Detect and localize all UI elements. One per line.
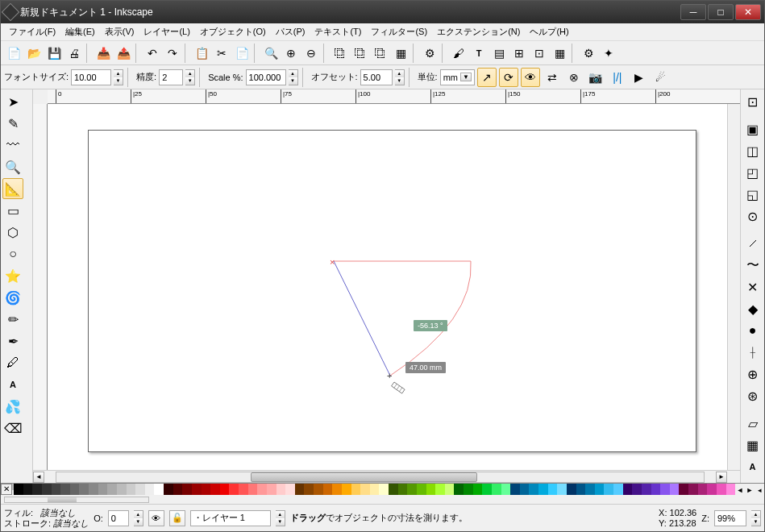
color-swatch[interactable] (660, 484, 670, 495)
bezier-tool[interactable]: ✒ (2, 330, 23, 351)
snap-enable-icon[interactable]: ⊡ (742, 91, 763, 112)
menu-item[interactable]: パス(P) (271, 24, 310, 39)
text-dialog-icon[interactable]: T (469, 44, 489, 63)
color-swatch[interactable] (276, 484, 286, 495)
eraser-tool[interactable]: ⌫ (2, 418, 23, 438)
transform-icon[interactable]: ⊡ (530, 44, 549, 63)
color-swatch[interactable] (42, 484, 52, 495)
color-swatch[interactable] (267, 484, 276, 495)
trace-icon[interactable]: ▦ (550, 44, 569, 63)
color-swatch[interactable] (642, 484, 651, 495)
copy-icon[interactable]: 📋 (192, 44, 211, 63)
snap-guide-icon[interactable]: A (742, 456, 763, 477)
measure-reverse-icon[interactable]: ⇄ (543, 68, 562, 87)
group-icon[interactable]: ▦ (391, 44, 410, 63)
zoom-input[interactable]: 99% (714, 510, 746, 526)
zoom-page-icon[interactable]: ⊖ (301, 44, 321, 63)
menu-item[interactable]: エクステンション(N) (432, 24, 525, 39)
precision-input[interactable]: 2 (159, 69, 183, 85)
menu-item[interactable]: ヘルプ(H) (525, 24, 573, 39)
fontsize-spinner[interactable]: ▲▼ (114, 69, 123, 85)
snap-grid-icon[interactable]: ▦ (742, 434, 763, 455)
horizontal-ruler[interactable]: 0|25|50|75|100|125|150|175|200 (48, 89, 740, 104)
save-icon[interactable]: 💾 (44, 44, 64, 63)
color-swatch[interactable] (351, 484, 361, 495)
color-swatch[interactable] (342, 484, 351, 495)
snap-edge-icon[interactable]: ◫ (742, 140, 763, 161)
color-swatch[interactable] (613, 484, 623, 495)
color-swatch[interactable] (182, 484, 192, 495)
palette-none[interactable]: ✕ (1, 484, 12, 495)
color-swatch[interactable] (398, 484, 408, 495)
measure-mode-2-icon[interactable]: ⟳ (499, 68, 518, 87)
vertical-ruler[interactable] (33, 104, 48, 470)
color-swatch[interactable] (304, 484, 314, 495)
color-swatch[interactable] (60, 484, 70, 495)
snap-line-mid-icon[interactable]: ⟊ (742, 342, 763, 363)
color-swatch[interactable] (192, 484, 202, 495)
color-swatch[interactable] (70, 484, 80, 495)
menu-item[interactable]: テキスト(T) (310, 24, 366, 39)
tweak-tool[interactable]: 〰 (2, 135, 23, 156)
snap-cusp-icon[interactable]: ◆ (742, 298, 763, 319)
export-icon[interactable]: 📤 (114, 44, 133, 63)
color-swatch[interactable] (454, 484, 464, 495)
color-swatch[interactable] (32, 484, 42, 495)
color-swatch[interactable] (717, 484, 726, 495)
color-swatch[interactable] (482, 484, 492, 495)
color-swatch[interactable] (14, 484, 23, 495)
maximize-button[interactable]: □ (708, 4, 734, 20)
color-swatch[interactable] (501, 484, 511, 495)
zoom-sel-icon[interactable]: 🔍 (261, 44, 281, 63)
color-swatch[interactable] (623, 484, 633, 495)
duplicate-icon[interactable]: ⿻ (331, 44, 350, 63)
color-swatch[interactable] (435, 484, 445, 495)
precision-spinner[interactable]: ▲▼ (185, 69, 195, 85)
ellipse-tool[interactable]: ○ (2, 243, 23, 264)
offset-spinner[interactable]: ▲▼ (395, 69, 405, 85)
color-swatch[interactable] (529, 484, 538, 495)
zoom-tool[interactable]: 🔍 (2, 156, 23, 177)
color-swatch[interactable] (426, 484, 436, 495)
measure-hidden-icon[interactable]: ⊗ (564, 68, 584, 87)
color-swatch[interactable] (651, 484, 661, 495)
snap-node-icon[interactable]: ⟋ (742, 233, 763, 254)
layer-lock-icon[interactable]: 🔓 (169, 510, 185, 526)
color-swatch[interactable] (464, 484, 473, 495)
pencil-tool[interactable]: ✏ (2, 309, 23, 330)
menu-item[interactable]: オブジェクト(O) (195, 24, 271, 39)
color-swatch[interactable] (239, 484, 248, 495)
snap-center-icon[interactable]: ⊙ (742, 206, 763, 227)
zoom-draw-icon[interactable]: ⊕ (281, 44, 301, 63)
color-swatch[interactable] (567, 484, 576, 495)
color-swatch[interactable] (332, 484, 342, 495)
layers-icon[interactable]: ▤ (489, 44, 509, 63)
print-icon[interactable]: 🖨 (64, 44, 84, 63)
color-swatch[interactable] (389, 484, 398, 495)
color-swatch[interactable] (670, 484, 680, 495)
xml-icon[interactable]: ⚙ (420, 44, 439, 63)
spray-tool[interactable]: 💦 (2, 396, 23, 417)
unit-combo[interactable]: mm▼ (440, 69, 475, 85)
menu-item[interactable]: レイヤー(L) (139, 24, 194, 39)
palette-left-icon[interactable]: ◄ (735, 484, 745, 496)
color-swatch[interactable] (707, 484, 717, 495)
palette-scrollbar[interactable] (4, 497, 149, 503)
paste-icon[interactable]: 📄 (232, 44, 252, 63)
zoom-spinner[interactable]: ▲▼ (751, 510, 761, 526)
box3d-tool[interactable]: ⬡ (2, 222, 23, 243)
selector-tool[interactable]: ➤ (2, 91, 23, 112)
color-swatch[interactable] (23, 484, 33, 495)
color-swatch[interactable] (698, 484, 708, 495)
color-swatch[interactable] (679, 484, 688, 495)
menu-item[interactable]: 編集(E) (60, 24, 100, 39)
color-swatch[interactable] (323, 484, 333, 495)
measure-guides-icon[interactable]: |/| (608, 68, 627, 87)
color-swatch[interactable] (604, 484, 613, 495)
snap-path-icon[interactable]: 〜 (742, 255, 763, 276)
color-swatch[interactable] (520, 484, 530, 495)
minimize-button[interactable]: ─ (680, 4, 706, 20)
prefs-icon[interactable]: ⚙ (579, 44, 598, 63)
layer-visibility-icon[interactable]: 👁 (148, 510, 164, 526)
color-swatch[interactable] (370, 484, 380, 495)
